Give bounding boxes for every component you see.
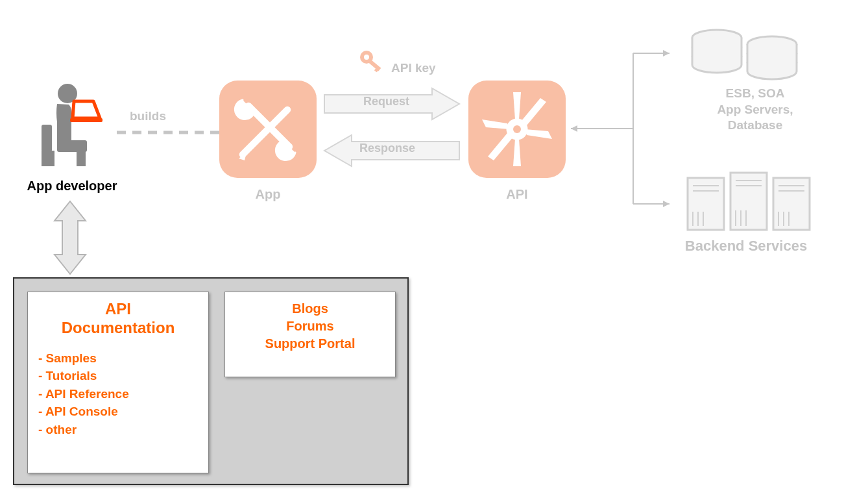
builds-connector [117, 125, 221, 140]
api-key-label: API key [391, 61, 436, 75]
builds-label: builds [130, 109, 166, 123]
backend-services-label: Backend Services [662, 238, 830, 255]
api-doc-title: APIDocumentation [38, 300, 198, 338]
developer-icon [38, 83, 115, 168]
svg-point-16 [513, 125, 521, 133]
backend-db-label: ESB, SOA App Servers, Database [690, 86, 820, 134]
svg-rect-1 [57, 140, 87, 152]
svg-marker-19 [482, 119, 509, 129]
documentation-container: APIDocumentation - Samples - Tutorials -… [13, 277, 409, 485]
servers-icon [681, 166, 824, 238]
svg-marker-20 [525, 129, 552, 139]
app-icon [219, 81, 317, 178]
svg-marker-28 [663, 50, 669, 56]
svg-marker-51 [54, 201, 86, 274]
api-icon [468, 81, 566, 178]
community-box: Blogs Forums Support Portal [224, 292, 396, 377]
svg-rect-5 [70, 118, 102, 122]
community-list: Blogs Forums Support Portal [235, 300, 385, 353]
api-doc-list: - Samples - Tutorials - API Reference - … [38, 349, 198, 439]
svg-marker-30 [663, 201, 669, 207]
api-label: API [468, 187, 566, 202]
svg-rect-2 [77, 151, 86, 166]
svg-marker-24 [571, 125, 577, 132]
request-label: Request [363, 95, 409, 108]
app-label: App [219, 187, 317, 202]
svg-marker-21 [488, 133, 513, 160]
api-documentation-box: APIDocumentation - Samples - Tutorials -… [27, 292, 209, 473]
key-icon [357, 45, 389, 78]
svg-marker-22 [521, 98, 546, 125]
developer-docs-arrow [51, 199, 90, 277]
svg-rect-4 [42, 151, 54, 166]
backend-connector [568, 39, 679, 221]
svg-marker-17 [513, 92, 521, 119]
database-icon [681, 19, 824, 84]
developer-label: App developer [17, 179, 127, 194]
svg-marker-18 [513, 139, 521, 166]
svg-point-10 [364, 55, 369, 60]
svg-rect-3 [42, 125, 52, 152]
response-label: Response [359, 142, 415, 155]
